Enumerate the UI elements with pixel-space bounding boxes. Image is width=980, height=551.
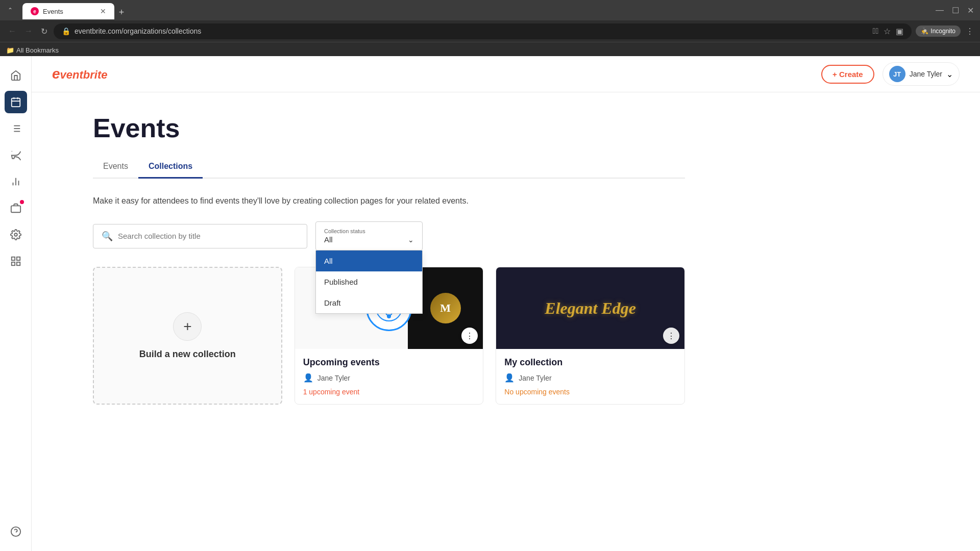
refresh-button[interactable]: ↻: [39, 24, 50, 38]
page-title: Events: [93, 113, 685, 143]
eye-off-icon: 👁⃠: [873, 27, 879, 36]
sidebar: [0, 56, 32, 551]
dropdown-trigger[interactable]: Collection status All ⌄: [315, 221, 423, 251]
window-controls: ⌃: [6, 6, 14, 14]
sidebar-item-settings[interactable]: [5, 223, 27, 246]
card-body-my: My collection 👤 Jane Tyler No upcoming e…: [496, 349, 684, 404]
bookmark-folder-icon: 📁: [6, 46, 14, 54]
window-controls-right: — ☐ ✕: [936, 6, 974, 15]
tab-close-button[interactable]: ✕: [100, 7, 106, 15]
tabs: Events Collections: [93, 156, 685, 179]
main-content: eventbrite + Create JT Jane Tyler ⌄ Even…: [32, 56, 980, 551]
description-text: Make it easy for attendees to find event…: [93, 195, 685, 207]
svg-rect-18: [11, 262, 14, 265]
card-body-upcoming: Upcoming events 👤 Jane Tyler 1 upcoming …: [295, 349, 483, 404]
eventbrite-logo[interactable]: eventbrite: [52, 66, 108, 82]
tab-bar: e Events ✕ +: [18, 1, 932, 19]
sidebar-item-help[interactable]: [5, 520, 27, 543]
chevron-down-icon: ⌄: [408, 236, 414, 244]
browser-chrome: ⌃ e Events ✕ + — ☐ ✕ ← → ↻ 🔒 eventbrite.…: [0, 0, 980, 56]
tab-back-button[interactable]: ⌃: [6, 6, 14, 14]
tab-favicon: e: [31, 7, 39, 15]
sidebar-item-finance[interactable]: [5, 197, 27, 219]
active-tab[interactable]: e Events ✕: [22, 3, 114, 19]
url-text: eventbrite.com/organizations/collections: [75, 27, 201, 35]
card-status-upcoming: 1 upcoming event: [303, 388, 475, 396]
search-box[interactable]: 🔍: [93, 224, 307, 248]
user-avatar: JT: [889, 66, 905, 82]
plus-circle: +: [173, 312, 202, 341]
lock-icon: 🔒: [62, 27, 70, 35]
sidebar-item-home[interactable]: [5, 64, 27, 87]
page-content: Events Events Collections Make it easy f…: [32, 92, 746, 425]
maximize-button[interactable]: ☐: [952, 6, 959, 15]
card-image-my: Elegant Edge ⋮: [496, 267, 684, 349]
sidebar-item-orders[interactable]: [5, 117, 27, 140]
tab-title: Events: [43, 8, 63, 15]
address-bar-row: ← → ↻ 🔒 eventbrite.com/organizations/col…: [0, 20, 980, 42]
svg-point-24: [387, 314, 391, 318]
star-icon[interactable]: ☆: [884, 27, 891, 36]
create-button[interactable]: + Create: [821, 65, 874, 84]
browser-actions: 🕵 Incognito ⋮: [916, 26, 974, 37]
person-icon: 👤: [504, 373, 514, 383]
incognito-badge: 🕵 Incognito: [916, 26, 961, 37]
minimize-button[interactable]: —: [936, 6, 944, 15]
person-icon: 👤: [303, 373, 313, 383]
notification-dot: [20, 200, 24, 204]
tab-events[interactable]: Events: [93, 156, 138, 179]
sidebar-item-analytics[interactable]: [5, 170, 27, 193]
sidebar-item-calendar[interactable]: [5, 91, 27, 113]
card-more-button-my[interactable]: ⋮: [663, 328, 679, 344]
search-input[interactable]: [118, 232, 299, 240]
svg-rect-16: [16, 257, 19, 260]
dropdown-option-draft[interactable]: Draft: [316, 292, 422, 313]
collection-card-my[interactable]: Elegant Edge ⋮ My collection 👤 Jane Tyle…: [496, 267, 685, 405]
dropdown-label: Collection status: [324, 228, 414, 234]
search-icon: 🔍: [102, 231, 113, 242]
app-header: eventbrite + Create JT Jane Tyler ⌄: [32, 56, 980, 92]
dropdown-value-row: All ⌄: [324, 235, 414, 244]
browser-titlebar: ⌃ e Events ✕ + — ☐ ✕: [0, 0, 980, 20]
logo-text: e: [52, 66, 60, 82]
card-status-my: No upcoming events: [504, 388, 676, 396]
chevron-down-icon: ⌄: [946, 69, 953, 79]
new-tab-button[interactable]: +: [114, 5, 129, 19]
user-menu[interactable]: JT Jane Tyler ⌄: [883, 62, 960, 86]
user-name: Jane Tyler: [910, 70, 942, 78]
card-author-my: 👤 Jane Tyler: [504, 373, 676, 383]
tab-collections[interactable]: Collections: [138, 156, 203, 179]
all-bookmarks[interactable]: 📁 All Bookmarks: [6, 46, 59, 54]
filter-row: 🔍 Collection status All ⌄ All Publish: [93, 221, 685, 251]
new-collection-label: Build a new collection: [139, 349, 236, 360]
svg-rect-15: [11, 257, 14, 260]
card-title-upcoming: Upcoming events: [303, 357, 475, 368]
svg-point-14: [14, 233, 17, 236]
svg-rect-13: [11, 206, 20, 212]
extension-icon[interactable]: ▣: [896, 27, 903, 36]
sidebar-item-apps[interactable]: [5, 250, 27, 272]
close-button[interactable]: ✕: [967, 6, 974, 15]
dropdown-option-published[interactable]: Published: [316, 271, 422, 292]
svg-rect-0: [11, 98, 20, 107]
app-layout: eventbrite + Create JT Jane Tyler ⌄ Even…: [0, 56, 980, 551]
back-button[interactable]: ←: [6, 24, 18, 38]
svg-rect-17: [16, 262, 19, 265]
elegant-text: Elegant Edge: [545, 299, 636, 318]
address-bar-icons: 👁⃠ ☆ ▣: [873, 27, 904, 36]
card-author-upcoming: 👤 Jane Tyler: [303, 373, 475, 383]
incognito-icon: 🕵: [921, 28, 928, 35]
collection-status-dropdown[interactable]: Collection status All ⌄ All Published Dr…: [315, 221, 423, 251]
address-bar[interactable]: 🔒 eventbrite.com/organizations/collectio…: [54, 23, 912, 39]
logo-wordmark: ventbrite: [60, 68, 108, 81]
sidebar-item-marketing[interactable]: [5, 144, 27, 166]
card-title-my: My collection: [504, 357, 676, 368]
plus-icon: +: [183, 318, 191, 335]
dropdown-menu: All Published Draft: [315, 251, 423, 314]
menu-button[interactable]: ⋮: [966, 27, 974, 36]
new-collection-card[interactable]: + Build a new collection: [93, 267, 282, 405]
header-actions: + Create JT Jane Tyler ⌄: [821, 62, 960, 86]
forward-button[interactable]: →: [22, 24, 35, 38]
dropdown-value: All: [324, 235, 333, 244]
dropdown-option-all[interactable]: All: [316, 251, 422, 271]
